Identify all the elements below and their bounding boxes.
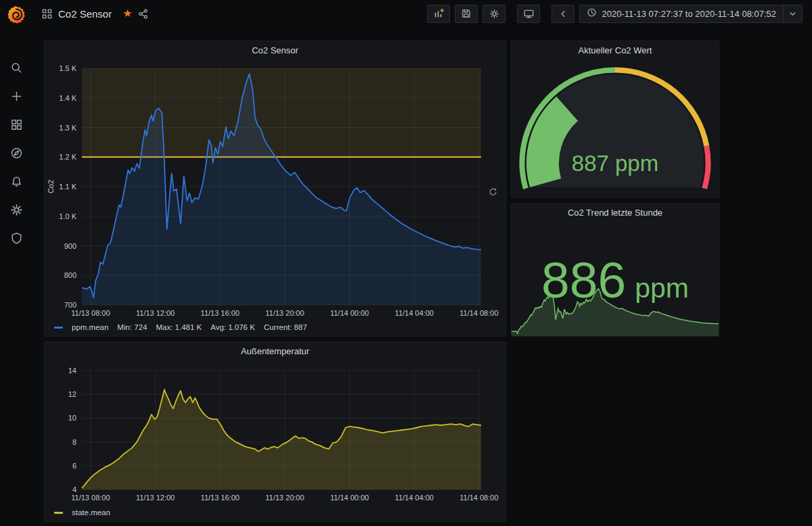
- panel-loading-spinner-icon: [489, 187, 497, 199]
- svg-text:11/13 20:00: 11/13 20:00: [265, 309, 304, 317]
- svg-text:1.4 K: 1.4 K: [59, 94, 76, 102]
- svg-text:Co2: Co2: [47, 180, 55, 193]
- temperature-legend: state.mean: [54, 508, 110, 517]
- svg-text:11/14 04:00: 11/14 04:00: [395, 494, 434, 502]
- legend-series-color: [54, 512, 63, 514]
- dashboards-grid-icon[interactable]: [9, 117, 24, 132]
- panel-title[interactable]: Außentemperatur: [45, 342, 505, 360]
- trend-sparkline: [512, 285, 719, 336]
- legend-stat: Avg: 1.076 K: [210, 323, 255, 331]
- panel-co2-sensor: Co2 Sensor 7008009001.0 K1.1 K1.2 K1.3 K…: [44, 41, 506, 337]
- svg-text:14: 14: [68, 366, 76, 375]
- co2-timeseries-chart[interactable]: 7008009001.0 K1.1 K1.2 K1.3 K1.4 K1.5 K1…: [45, 59, 505, 324]
- svg-text:1.0 K: 1.0 K: [59, 212, 76, 220]
- svg-text:6: 6: [72, 462, 76, 470]
- legend-stat: Current: 887: [264, 323, 307, 331]
- configuration-gear-icon[interactable]: [9, 202, 24, 217]
- svg-text:11/13 16:00: 11/13 16:00: [201, 494, 240, 502]
- temperature-timeseries-chart[interactable]: 46810121411/13 08:0011/13 12:0011/13 16:…: [45, 360, 505, 507]
- co2-gauge[interactable]: 887 ppm: [512, 59, 719, 197]
- legend-series-name[interactable]: ppm.mean: [72, 323, 108, 331]
- favorite-star-icon[interactable]: ★: [122, 8, 132, 19]
- dashboard-title[interactable]: Co2 Sensor: [58, 8, 112, 20]
- panel-aussentemperatur: Außentemperatur 46810121411/13 08:0011/1…: [44, 341, 506, 522]
- legend-series-color: [54, 327, 63, 329]
- time-range-back-button[interactable]: [551, 5, 574, 23]
- svg-text:11/14 00:00: 11/14 00:00: [330, 494, 369, 502]
- dashboard-settings-button[interactable]: [482, 5, 505, 23]
- server-admin-shield-icon[interactable]: [9, 231, 24, 245]
- svg-text:1.3 K: 1.3 K: [59, 124, 76, 132]
- dashboard-squares-icon: [42, 9, 52, 19]
- svg-text:11/13 20:00: 11/13 20:00: [265, 494, 304, 502]
- time-range-picker[interactable]: 2020-11-13 07:27:37 to 2020-11-14 08:07:…: [579, 5, 803, 23]
- clock-icon: [587, 7, 597, 20]
- svg-text:11/13 16:00: 11/13 16:00: [201, 309, 240, 317]
- svg-text:10: 10: [68, 414, 76, 422]
- panel-title[interactable]: Co2 Sensor: [45, 41, 505, 59]
- panel-co2-trend: Co2 Trend letzte Stunde 886 ppm: [511, 203, 719, 337]
- sidebar: [0, 0, 32, 526]
- svg-text:700: 700: [64, 301, 76, 309]
- explore-compass-icon[interactable]: [9, 145, 24, 160]
- share-icon[interactable]: [137, 8, 149, 20]
- svg-text:11/13 08:00: 11/13 08:00: [71, 309, 110, 317]
- gauge-value-label: 887 ppm: [572, 151, 658, 176]
- svg-text:11/14 08:00: 11/14 08:00: [459, 309, 498, 317]
- svg-text:900: 900: [64, 242, 76, 250]
- svg-text:11/14 04:00: 11/14 04:00: [395, 309, 434, 317]
- grafana-logo-icon[interactable]: [6, 5, 26, 25]
- legend-stat: Min: 724: [117, 323, 147, 331]
- save-dashboard-button[interactable]: [455, 5, 478, 23]
- svg-text:11/14 08:00: 11/14 08:00: [459, 494, 498, 502]
- svg-text:1.1 K: 1.1 K: [59, 183, 76, 191]
- svg-text:1.5 K: 1.5 K: [59, 64, 76, 72]
- top-navbar: Co2 Sensor ★: [32, 0, 812, 27]
- svg-text:11/14 00:00: 11/14 00:00: [330, 309, 369, 317]
- create-plus-icon[interactable]: [9, 89, 24, 103]
- chevron-down-icon[interactable]: [783, 5, 802, 22]
- cycle-view-tv-button[interactable]: [517, 5, 540, 23]
- panel-aktueller-co2-wert: Aktueller Co2 Wert 887 ppm: [511, 41, 719, 198]
- svg-text:11/13 08:00: 11/13 08:00: [71, 494, 110, 502]
- co2-legend: ppm.meanMin: 724Max: 1.481 KAvg: 1.076 K…: [54, 323, 307, 331]
- panel-title[interactable]: Aktueller Co2 Wert: [512, 41, 719, 59]
- alerting-bell-icon[interactable]: [9, 174, 24, 189]
- panel-title[interactable]: Co2 Trend letzte Stunde: [512, 204, 719, 221]
- svg-text:8: 8: [72, 438, 76, 446]
- search-icon[interactable]: [9, 60, 24, 75]
- svg-text:4: 4: [72, 485, 76, 494]
- legend-series-name[interactable]: state.mean: [72, 508, 110, 517]
- svg-text:11/13 12:00: 11/13 12:00: [136, 309, 175, 317]
- add-panel-button[interactable]: [427, 5, 450, 23]
- svg-text:800: 800: [64, 271, 76, 279]
- legend-stat: Max: 1.481 K: [156, 323, 202, 331]
- svg-text:1.2 K: 1.2 K: [59, 153, 76, 161]
- svg-text:12: 12: [68, 390, 76, 398]
- svg-text:11/13 12:00: 11/13 12:00: [136, 494, 175, 502]
- time-range-label: 2020-11-13 07:27:37 to 2020-11-14 08:07:…: [602, 9, 776, 19]
- dashboard-grid: Co2 Sensor 7008009001.0 K1.1 K1.2 K1.3 K…: [32, 27, 812, 526]
